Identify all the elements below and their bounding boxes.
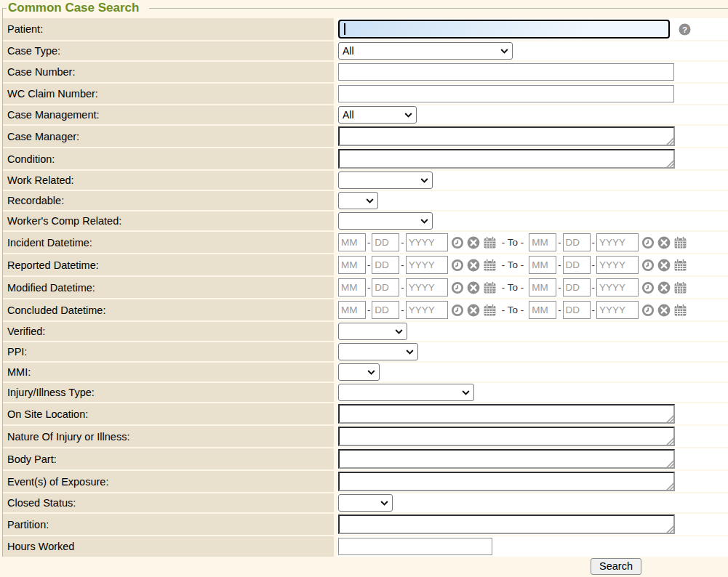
wc-claim-number-input[interactable] bbox=[338, 85, 674, 102]
concluded-datetime-from-month-input[interactable] bbox=[338, 301, 366, 319]
reported-datetime-from-day-input[interactable] bbox=[372, 256, 399, 274]
form-row: Case Number: bbox=[3, 62, 728, 82]
incident-datetime-from-month-input[interactable] bbox=[338, 233, 366, 251]
hours-worked-input[interactable] bbox=[338, 538, 492, 555]
clock-icon[interactable] bbox=[451, 259, 464, 272]
concluded-datetime-to-month-input[interactable] bbox=[529, 301, 556, 319]
clock-icon[interactable] bbox=[451, 304, 464, 317]
incident-datetime-to-month-input[interactable] bbox=[529, 233, 556, 251]
concluded-datetime-from-day-input[interactable] bbox=[372, 301, 399, 319]
search-button[interactable]: Search bbox=[591, 558, 641, 575]
nature-of-injury-or-illness-label: Nature Of Injury or Illness: bbox=[7, 431, 129, 443]
clear-icon[interactable] bbox=[467, 259, 480, 272]
resize-grip-icon[interactable] bbox=[666, 415, 673, 422]
resize-grip-icon[interactable] bbox=[666, 437, 673, 445]
calendar-icon[interactable] bbox=[483, 259, 497, 272]
modified-datetime-to-day-input[interactable] bbox=[563, 278, 591, 296]
closed-status-select[interactable] bbox=[338, 494, 393, 512]
concluded-datetime-from-year-input[interactable] bbox=[406, 301, 448, 319]
chevron-down-icon bbox=[380, 501, 388, 506]
resize-grip-icon[interactable] bbox=[666, 483, 673, 490]
form-row: Case Type:All bbox=[3, 41, 728, 60]
modified-datetime-from-year-input[interactable] bbox=[406, 278, 448, 296]
resize-grip-icon[interactable] bbox=[666, 525, 673, 533]
reported-datetime-from-year-input[interactable] bbox=[406, 256, 448, 274]
mmi-select[interactable] bbox=[338, 363, 380, 381]
field-label-cell: Case Type: bbox=[3, 41, 334, 60]
clear-icon[interactable] bbox=[657, 259, 671, 272]
body-part-textarea[interactable] bbox=[338, 449, 675, 469]
incident-datetime-from-year-input[interactable] bbox=[406, 233, 448, 251]
verified-select[interactable] bbox=[338, 323, 407, 340]
injury-illness-type-label: Injury/Illness Type: bbox=[7, 387, 95, 398]
incident-datetime-from-day-input[interactable] bbox=[372, 233, 399, 251]
date-hyphen: - bbox=[401, 282, 404, 293]
modified-datetime-to-month-input[interactable] bbox=[529, 278, 556, 296]
patient-label: Patient: bbox=[7, 23, 43, 35]
date-hyphen: - bbox=[367, 237, 370, 248]
reported-datetime-to-month-input[interactable] bbox=[529, 256, 556, 274]
clock-icon[interactable] bbox=[641, 259, 655, 272]
calendar-icon[interactable] bbox=[483, 304, 497, 317]
concluded-datetime-to-year-input[interactable] bbox=[596, 301, 639, 319]
clock-icon[interactable] bbox=[451, 236, 464, 249]
calendar-icon[interactable] bbox=[673, 259, 687, 272]
clock-icon[interactable] bbox=[641, 236, 655, 249]
help-icon[interactable]: ? bbox=[679, 23, 691, 36]
modified-datetime-from-day-input[interactable] bbox=[372, 278, 399, 296]
clear-icon[interactable] bbox=[657, 236, 671, 249]
form-actions: Search bbox=[591, 558, 641, 575]
field-label-cell: Verified: bbox=[3, 322, 334, 341]
injury-illness-type-select[interactable] bbox=[338, 384, 474, 401]
calendar-icon[interactable] bbox=[673, 281, 687, 294]
field-input-cell bbox=[337, 363, 728, 382]
clear-icon[interactable] bbox=[657, 281, 671, 294]
clear-icon[interactable] bbox=[467, 281, 480, 294]
case-manager-textarea[interactable] bbox=[338, 126, 675, 146]
resize-grip-icon[interactable] bbox=[666, 137, 673, 145]
clock-icon[interactable] bbox=[641, 304, 655, 317]
resize-grip-icon[interactable] bbox=[666, 160, 673, 167]
clock-icon[interactable] bbox=[451, 281, 464, 294]
resize-grip-icon[interactable] bbox=[666, 460, 673, 467]
clear-icon[interactable] bbox=[467, 304, 480, 317]
incident-datetime-to-day-input[interactable] bbox=[563, 233, 591, 251]
partition-textarea[interactable] bbox=[338, 515, 675, 534]
chevron-down-icon bbox=[462, 390, 470, 395]
mmi-label: MMI: bbox=[7, 366, 31, 378]
calendar-icon[interactable] bbox=[673, 236, 687, 249]
reported-datetime-to-year-input[interactable] bbox=[596, 256, 639, 274]
case-type-select[interactable]: All bbox=[338, 42, 513, 60]
condition-textarea[interactable] bbox=[338, 149, 675, 169]
form-row: Worker's Comp Related: bbox=[3, 211, 728, 230]
case-management-select[interactable]: All bbox=[338, 106, 417, 124]
clock-icon[interactable] bbox=[641, 281, 655, 294]
recordable-select[interactable] bbox=[338, 192, 378, 209]
modified-datetime-from-month-input[interactable] bbox=[338, 278, 366, 296]
reported-datetime-to-day-input[interactable] bbox=[563, 256, 591, 274]
calendar-icon[interactable] bbox=[483, 236, 497, 249]
incident-datetime-to-year-input[interactable] bbox=[596, 233, 639, 251]
modified-datetime-to-year-input[interactable] bbox=[596, 278, 639, 296]
ppi-select[interactable] bbox=[338, 343, 418, 360]
nature-of-injury-or-illness-textarea[interactable] bbox=[338, 427, 675, 446]
field-label-cell: On Site Location: bbox=[3, 403, 334, 424]
workers-comp-related-select[interactable] bbox=[338, 212, 433, 230]
calendar-icon[interactable] bbox=[673, 304, 687, 317]
case-manager-label: Case Manager: bbox=[7, 131, 79, 142]
calendar-icon[interactable] bbox=[483, 281, 497, 294]
events-of-exposure-textarea[interactable] bbox=[338, 472, 675, 491]
clear-icon[interactable] bbox=[467, 236, 480, 249]
work-related-label: Work Related: bbox=[7, 174, 74, 186]
work-related-select[interactable] bbox=[338, 172, 433, 189]
form-row: Verified: bbox=[3, 322, 728, 341]
patient-input[interactable] bbox=[338, 20, 670, 39]
text-input-wrap bbox=[338, 85, 674, 102]
on-site-location-textarea[interactable] bbox=[338, 404, 675, 424]
field-input-cell: --- To --- bbox=[337, 299, 728, 320]
field-input-cell bbox=[337, 383, 728, 402]
case-number-input[interactable] bbox=[338, 63, 674, 81]
reported-datetime-from-month-input[interactable] bbox=[338, 256, 366, 274]
clear-icon[interactable] bbox=[657, 304, 671, 317]
concluded-datetime-to-day-input[interactable] bbox=[563, 301, 591, 319]
